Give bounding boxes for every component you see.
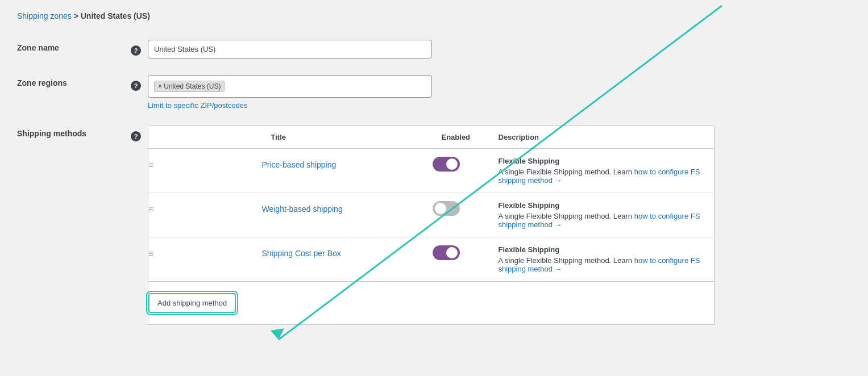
breadcrumb-separator: > — [74, 11, 81, 20]
zone-name-input[interactable] — [148, 40, 432, 59]
region-tag[interactable]: × United States (US) — [154, 81, 225, 92]
col-description: Description — [489, 126, 715, 149]
desc-text: A single Flexible Shipping method. Learn… — [499, 256, 705, 273]
method-row: ≡Weight-based shipping Flexible Shipping… — [148, 193, 715, 237]
desc-title: Flexible Shipping — [499, 157, 705, 165]
shipping-methods-help-icon[interactable]: ? — [131, 131, 141, 141]
zone-name-help-icon[interactable]: ? — [131, 45, 141, 56]
breadcrumb-link[interactable]: Shipping zones — [17, 11, 72, 20]
method-toggle[interactable] — [433, 201, 460, 216]
method-title-link[interactable]: Price-based shipping — [262, 160, 337, 169]
desc-link[interactable]: how to configure FS shipping method → — [499, 168, 700, 185]
toggle-slider — [433, 157, 460, 172]
desc-title: Flexible Shipping — [499, 245, 705, 254]
desc-text: A single Flexible Shipping method. Learn… — [499, 212, 705, 229]
limit-zip-link[interactable]: Limit to specific ZIP/postcodes — [148, 101, 851, 110]
zone-regions-input[interactable]: × United States (US) — [148, 75, 432, 98]
desc-link[interactable]: how to configure FS shipping method → — [499, 212, 700, 229]
zone-regions-row: Zone regions ? × United States (US) Limi… — [17, 67, 851, 118]
col-title: Title — [262, 126, 433, 149]
toggle-slider — [433, 245, 460, 260]
method-title-link[interactable]: Weight-based shipping — [262, 204, 343, 214]
shipping-methods-table: Title Enabled Description ≡Price-based s… — [148, 126, 715, 325]
method-toggle[interactable] — [433, 157, 460, 172]
drag-handle[interactable]: ≡ — [148, 160, 153, 170]
desc-text: A single Flexible Shipping method. Learn… — [499, 168, 705, 185]
add-method-row: Add shipping method — [148, 282, 715, 325]
method-row: ≡Shipping Cost per Box Flexible Shipping… — [148, 237, 715, 282]
method-title-link[interactable]: Shipping Cost per Box — [262, 249, 341, 258]
zone-regions-label: Zone regions — [17, 78, 67, 87]
method-toggle[interactable] — [433, 245, 460, 260]
add-shipping-method-button[interactable]: Add shipping method — [148, 293, 236, 313]
form-table: Zone name ? Zone regions ? — [17, 32, 851, 333]
breadcrumb-current: United States (US) — [81, 11, 150, 20]
zone-name-row: Zone name ? — [17, 32, 851, 67]
desc-title: Flexible Shipping — [499, 201, 705, 210]
col-enabled: Enabled — [433, 126, 489, 149]
shipping-methods-row: Shipping methods ? Title Enabled Descrip… — [17, 118, 851, 333]
zone-name-label: Zone name — [17, 43, 59, 52]
col-drag — [148, 126, 262, 149]
add-method-cell: Add shipping method — [148, 282, 715, 325]
zone-regions-help-icon[interactable]: ? — [131, 81, 141, 91]
breadcrumb: Shipping zones > United States (US) — [17, 11, 851, 20]
drag-handle[interactable]: ≡ — [148, 204, 153, 214]
methods-header-row: Title Enabled Description — [148, 126, 715, 149]
toggle-slider — [433, 201, 460, 216]
drag-handle[interactable]: ≡ — [148, 249, 153, 258]
desc-link[interactable]: how to configure FS shipping method → — [499, 256, 700, 273]
method-row: ≡Price-based shipping Flexible Shipping … — [148, 149, 715, 193]
shipping-methods-label: Shipping methods — [17, 129, 86, 138]
